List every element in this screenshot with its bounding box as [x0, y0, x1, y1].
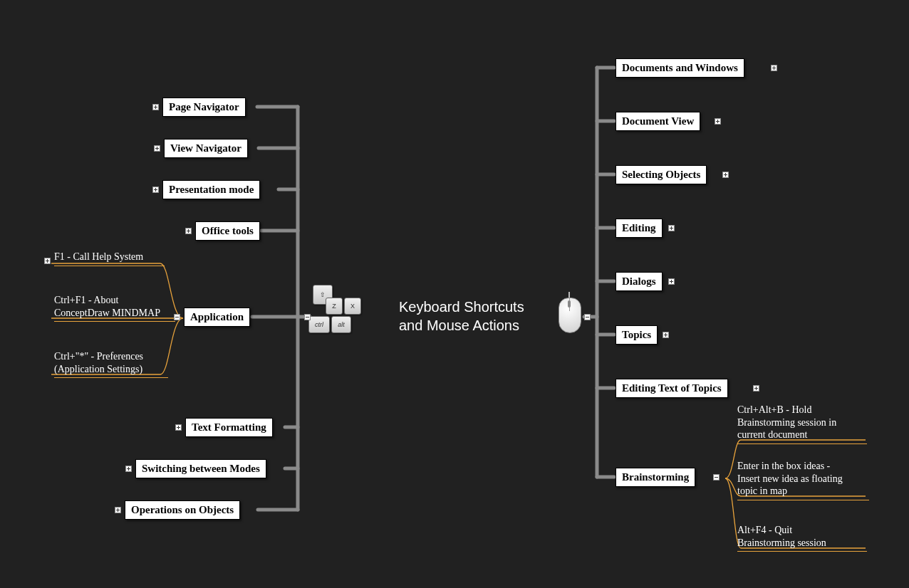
expand-toggle[interactable] — [663, 332, 669, 338]
leaf-text: current document — [737, 429, 807, 440]
leaf-application-about[interactable]: Ctrl+F1 - About ConceptDraw MINDMAP — [54, 294, 175, 322]
expand-toggle[interactable] — [771, 65, 777, 71]
leaf-brainstorming-enter[interactable]: Enter in the box ideas - Insert new idea… — [737, 460, 869, 500]
node-operations-objects[interactable]: Operations on Objects — [125, 500, 240, 520]
mindmap-canvas: ⇧ Z X ctrl alt Keyboard Shortcuts and Mo… — [0, 0, 909, 588]
node-label: Dialogs — [622, 275, 656, 287]
node-text-formatting[interactable]: Text Formatting — [185, 418, 273, 437]
leaf-text: topic in map — [737, 485, 787, 496]
expand-toggle[interactable] — [175, 424, 182, 431]
node-label: Switching between Modes — [142, 463, 260, 474]
node-label: Selecting Objects — [622, 169, 700, 180]
expand-toggle[interactable] — [152, 187, 159, 193]
node-switching-modes[interactable]: Switching between Modes — [135, 459, 266, 478]
leaf-brainstorming-hold[interactable]: Ctrl+Alt+B - Hold Brainstorming session … — [737, 404, 867, 444]
leaf-text: Insert new idea as floating — [737, 473, 843, 484]
node-label: Page Navigator — [169, 101, 239, 112]
leaf-application-f1[interactable]: F1 - Call Help System — [54, 251, 165, 266]
node-office-tools[interactable]: Office tools — [195, 221, 260, 241]
leaf-application-prefs[interactable]: Ctrl+"*" - Preferences (Application Sett… — [54, 350, 168, 378]
node-presentation-mode[interactable]: Presentation mode — [162, 180, 260, 199]
expand-toggle[interactable] — [154, 145, 160, 152]
expand-toggle[interactable] — [152, 104, 159, 110]
leaf-text: Brainstorming session — [737, 537, 826, 548]
node-document-view[interactable]: Document View — [615, 112, 700, 131]
expand-toggle[interactable] — [125, 466, 132, 472]
node-view-navigator[interactable]: View Navigator — [164, 139, 248, 158]
node-label: Editing Text of Topics — [622, 382, 722, 394]
node-label: Text Formatting — [192, 421, 266, 433]
expand-toggle[interactable] — [668, 225, 675, 231]
node-editing-text-topics[interactable]: Editing Text of Topics — [615, 379, 728, 398]
expand-toggle[interactable] — [753, 385, 759, 392]
node-documents-windows[interactable]: Documents and Windows — [615, 58, 744, 78]
leaf-text: Enter in the box ideas - — [737, 461, 830, 471]
leaf-brainstorming-quit[interactable]: Alt+F4 - Quit Brainstorming session — [737, 524, 867, 552]
node-label: Operations on Objects — [131, 504, 234, 515]
leaf-text: Brainstorming session in — [737, 417, 836, 428]
expand-toggle[interactable] — [668, 278, 675, 285]
leaf-text: ConceptDraw MINDMAP — [54, 308, 160, 318]
leaf-text: Ctrl+Alt+B - Hold — [737, 404, 811, 415]
node-label: Documents and Windows — [622, 62, 738, 73]
expand-toggle[interactable] — [722, 172, 729, 178]
node-label: Office tools — [202, 225, 254, 236]
collapse-toggle-left[interactable] — [304, 314, 311, 320]
node-label: Application — [190, 311, 244, 322]
leaf-text: Alt+F4 - Quit — [737, 525, 792, 535]
collapse-toggle[interactable] — [713, 474, 720, 481]
central-title-line1: Keyboard Shortcuts — [399, 299, 524, 315]
node-topics[interactable]: Topics — [615, 325, 658, 345]
node-label: Presentation mode — [169, 184, 254, 195]
expand-toggle[interactable] — [44, 258, 51, 264]
node-label: Editing — [622, 222, 656, 233]
leaf-text: F1 - Call Help System — [54, 251, 143, 262]
node-page-navigator[interactable]: Page Navigator — [162, 98, 246, 117]
node-label: Brainstorming — [622, 471, 689, 483]
central-title-line2: and Mouse Actions — [399, 317, 519, 333]
collapse-toggle-right[interactable] — [584, 314, 591, 320]
keyboard-icon: ⇧ Z X ctrl alt — [308, 285, 373, 342]
central-title: Keyboard Shortcuts and Mouse Actions — [399, 298, 556, 335]
node-label: Topics — [622, 329, 651, 340]
node-application[interactable]: Application — [184, 308, 250, 327]
mouse-icon — [557, 292, 581, 335]
leaf-text: Ctrl+F1 - About — [54, 295, 118, 305]
node-editing[interactable]: Editing — [615, 219, 663, 238]
node-brainstorming[interactable]: Brainstorming — [615, 468, 695, 487]
leaf-text: Ctrl+"*" - Preferences — [54, 351, 143, 362]
expand-toggle[interactable] — [185, 228, 192, 234]
expand-toggle[interactable] — [115, 507, 121, 513]
leaf-text: (Application Settings) — [54, 364, 142, 374]
node-label: View Navigator — [170, 142, 241, 154]
node-label: Document View — [622, 115, 694, 127]
node-selecting-objects[interactable]: Selecting Objects — [615, 165, 707, 184]
node-dialogs[interactable]: Dialogs — [615, 272, 663, 291]
expand-toggle[interactable] — [715, 118, 721, 125]
